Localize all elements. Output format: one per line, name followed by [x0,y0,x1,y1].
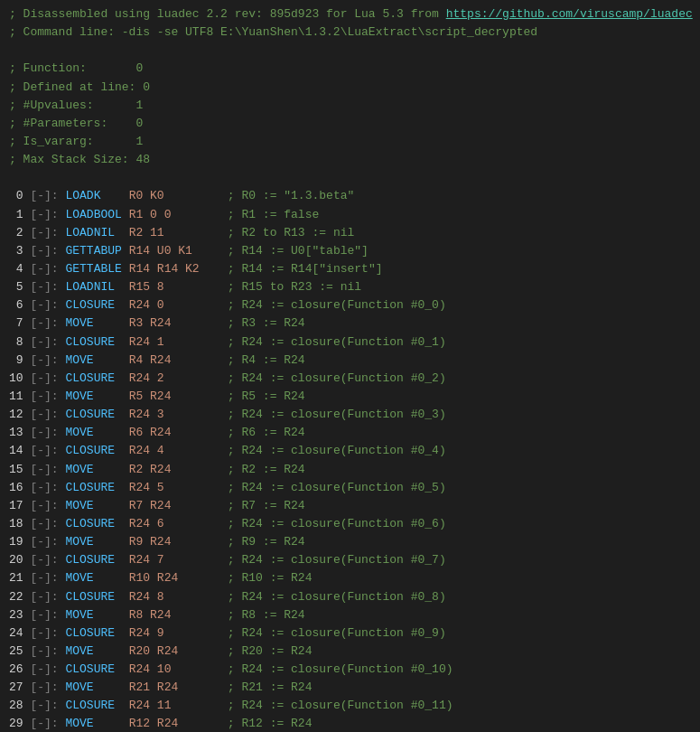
table-row: 27 [-]: MOVE R21 R24 ; R21 := R24 [9,679,691,697]
table-row: 7 [-]: MOVE R3 R24 ; R3 := R24 [9,314,691,333]
meta-function: ; Function: 0 [9,60,691,78]
table-row: 25 [-]: MOVE R20 R24 ; R20 := R24 [9,643,691,661]
header-line2: ; Command line: -dis -se UTF8 E:\YuanShe… [9,23,691,42]
table-row: 21 [-]: MOVE R10 R24 ; R10 := R24 [9,569,691,587]
table-row: 8 [-]: CLOSURE R24 1 ; R24 := closure(Fu… [9,333,691,352]
table-row: 24 [-]: CLOSURE R24 9 ; R24 := closure(F… [9,624,691,643]
table-row: 18 [-]: CLOSURE R24 6 ; R24 := closure(F… [9,515,691,533]
table-row: 9 [-]: MOVE R4 R24 ; R4 := R24 [9,352,691,370]
blank2 [9,169,691,187]
luadec-link[interactable]: https://github.com/viruscamp/luadec [446,7,693,21]
meta-parameters: ; #Parameters: 0 [9,115,691,133]
table-row: 17 [-]: MOVE R7 R24 ; R7 := R24 [9,497,691,515]
table-row: 14 [-]: CLOSURE R24 4 ; R24 := closure(F… [9,442,691,460]
meta-defined: ; Defined at line: 0 [9,79,691,97]
table-row: 3 [-]: GETTABUP R14 U0 K1 ; R14 := U0["t… [9,242,691,260]
table-row: 6 [-]: CLOSURE R24 0 ; R24 := closure(Fu… [9,296,691,314]
table-row: 23 [-]: MOVE R8 R24 ; R8 := R24 [9,606,691,624]
meta-upvalues: ; #Upvalues: 1 [9,97,691,115]
table-row: 16 [-]: CLOSURE R24 5 ; R24 := closure(F… [9,479,691,497]
table-row: 28 [-]: CLOSURE R24 11 ; R24 := closure(… [9,697,691,715]
table-row: 0 [-]: LOADK R0 K0 ; R0 := "1.3.beta" [9,187,691,205]
table-row: 10 [-]: CLOSURE R24 2 ; R24 := closure(F… [9,370,691,388]
meta-is-vararg: ; Is_vararg: 1 [9,133,691,151]
table-row: 20 [-]: CLOSURE R24 7 ; R24 := closure(F… [9,551,691,569]
table-row: 5 [-]: LOADNIL R15 8 ; R15 to R23 := nil [9,278,691,296]
table-row: 15 [-]: MOVE R2 R24 ; R2 := R24 [9,461,691,479]
table-row: 4 [-]: GETTABLE R14 R14 K2 ; R14 := R14[… [9,260,691,278]
table-row: 26 [-]: CLOSURE R24 10 ; R24 := closure(… [9,661,691,679]
code-container: ; Disassembled using luadec 2.2 rev: 895… [0,0,700,732]
table-row: 12 [-]: CLOSURE R24 3 ; R24 := closure(F… [9,406,691,424]
table-row: 29 [-]: MOVE R12 R24 ; R12 := R24 [9,715,691,732]
blank1 [9,42,691,60]
table-row: 11 [-]: MOVE R5 R24 ; R5 := R24 [9,388,691,406]
table-row: 19 [-]: MOVE R9 R24 ; R9 := R24 [9,533,691,551]
table-row: 1 [-]: LOADBOOL R1 0 0 ; R1 := false [9,206,691,224]
table-row: 2 [-]: LOADNIL R2 11 ; R2 to R13 := nil [9,224,691,242]
table-row: 13 [-]: MOVE R6 R24 ; R6 := R24 [9,424,691,442]
instructions-list: 0 [-]: LOADK R0 K0 ; R0 := "1.3.beta" 1 … [9,187,691,732]
table-row: 22 [-]: CLOSURE R24 8 ; R24 := closure(F… [9,588,691,606]
header-line1: ; Disassembled using luadec 2.2 rev: 895… [9,5,691,23]
meta-max-stack: ; Max Stack Size: 48 [9,151,691,169]
